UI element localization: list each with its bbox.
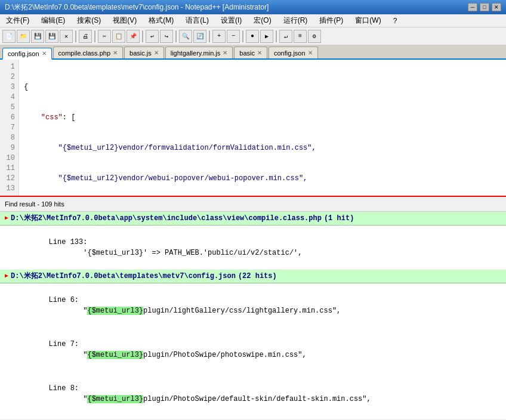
code-line-1: { — [24, 82, 501, 92]
wordwrap-button[interactable]: ↵ — [279, 30, 292, 43]
find-line-7[interactable]: Line 7: "{$metui_url3}plugin/PhotoSwipe/… — [0, 328, 506, 372]
editor-area: 1 2 3 4 5 6 7 8 9 10 11 12 13 { "css": [… — [0, 60, 506, 197]
menu-item-e[interactable]: 编辑(E) — [38, 14, 69, 27]
sep7 — [276, 30, 277, 42]
print-button[interactable]: 🖨 — [79, 30, 92, 43]
tab-config-json2-label: config.json — [274, 50, 306, 57]
tab-basic-js[interactable]: basic.js ✕ — [124, 47, 164, 58]
find-line-9[interactable]: Line 9: "{$metui_url3}fonts/iconfont/ico… — [0, 416, 506, 419]
undo-button[interactable]: ↩ — [146, 30, 159, 43]
code-brace-1: { — [24, 82, 28, 92]
menu-item-s[interactable]: 搜索(S) — [73, 14, 104, 27]
find-results[interactable]: Find result - 109 hits ▶ D:\米拓2\MetInfo7… — [0, 197, 506, 419]
menu-item-v[interactable]: 视图(V) — [109, 14, 140, 27]
tab-compile-class-php-close[interactable]: ✕ — [113, 50, 118, 56]
find-file-path-1: D:\米拓2\MetInfo7.0.0beta\app\system\inclu… — [11, 213, 322, 224]
code-bracket-2: : [ — [63, 113, 76, 123]
find-file-path-2: D:\米拓2\MetInfo7.0.0beta\templates\metv7\… — [11, 271, 236, 282]
tab-lightgallery-min-js-close[interactable]: ✕ — [223, 50, 227, 56]
maximize-button[interactable]: □ — [480, 3, 489, 11]
tab-bar: config.json ✕ compile.class.php ✕ basic.… — [0, 45, 506, 60]
find-line-num-8: Line 8: — [40, 383, 82, 394]
macro-button[interactable]: ● — [246, 30, 259, 43]
find-line-content-133: '{$metui_url3}' => PATH_WEB.'public/ui/v… — [40, 249, 302, 257]
tab-compile-class-php-label: compile.class.php — [58, 50, 110, 57]
tab-compile-class-php[interactable]: compile.class.php ✕ — [53, 47, 123, 58]
sep5 — [209, 30, 210, 42]
find-line-num-133: Line 133: — [40, 237, 87, 248]
close-button2[interactable]: ✕ — [60, 30, 73, 43]
menu-bar: 文件(F)编辑(E)搜索(S)视图(V)格式(M)语言(L)设置(I)宏(O)运… — [0, 14, 506, 27]
indent-button[interactable]: ≡ — [294, 30, 307, 43]
menu-item-r[interactable]: 运行(R) — [280, 14, 311, 27]
bottom-area: Find result - 109 hits ▶ D:\米拓2\MetInfo7… — [0, 197, 506, 419]
find-file-hits-2: (22 hits) — [238, 271, 277, 282]
find-line-content-8: "{$metui_url3}plugin/PhotoSwipe/default-… — [40, 395, 371, 403]
tab-config-json2-close[interactable]: ✕ — [308, 50, 313, 56]
code-string-3: "{$metui_url2}vendor/formvalidation/form… — [24, 143, 316, 153]
redo-button[interactable]: ↪ — [160, 30, 173, 43]
menu-item-m[interactable]: 格式(M) — [145, 14, 177, 27]
sep3 — [142, 30, 143, 42]
find-line-content-6: "{$metui_url3}plugin/lightGallery/css/li… — [40, 307, 341, 315]
menu-item-f[interactable]: 文件(F) — [2, 14, 33, 27]
save-button[interactable]: 💾 — [31, 30, 44, 43]
find-file-hits-1: (1 hit) — [324, 213, 354, 224]
find-button[interactable]: 🔍 — [179, 30, 192, 43]
find-line-num-7: Line 7: — [40, 339, 82, 350]
title-bar: D:\米拓2\MetInfo7.0.0beta\templates\metv7\… — [0, 0, 506, 14]
menu-item-o[interactable]: 宏(O) — [250, 14, 274, 27]
line-numbers: 1 2 3 4 5 6 7 8 9 10 11 12 13 — [0, 60, 19, 196]
new-button[interactable]: 📄 — [2, 30, 16, 43]
find-line-8[interactable]: Line 8: "{$metui_url3}plugin/PhotoSwipe/… — [0, 372, 506, 416]
title-bar-title: D:\米拓2\MetInfo7.0.0beta\templates\metv7\… — [5, 2, 269, 13]
find-line-133[interactable]: Line 133: '{$metui_url3}' => PATH_WEB.'p… — [0, 226, 506, 270]
menu-item-l[interactable]: 语言(L) — [182, 14, 212, 27]
tab-lightgallery-min-js-label: lightgallery.min.js — [171, 50, 221, 57]
code-line-2: "css": [ — [24, 113, 501, 123]
cut-button[interactable]: ✂ — [98, 30, 111, 43]
find-bookmark-2: ▶ — [5, 271, 8, 282]
menu-item-w[interactable]: 窗口(W) — [351, 14, 384, 27]
settings-button[interactable]: ⚙ — [308, 30, 321, 43]
code-indent-2 — [24, 113, 41, 123]
paste-button[interactable]: 📌 — [126, 30, 140, 43]
copy-button[interactable]: 📋 — [112, 30, 125, 43]
menu-item-p[interactable]: 插件(P) — [316, 14, 347, 27]
close-button[interactable]: ✕ — [492, 3, 501, 11]
menu-item-[interactable]: ? — [390, 16, 401, 26]
find-line-content-7: "{$metui_url3}plugin/PhotoSwipe/photoswi… — [40, 351, 307, 359]
tab-config-json-close[interactable]: ✕ — [42, 50, 47, 57]
find-results-header: Find result - 109 hits — [0, 197, 506, 212]
code-line-4: "{$metui_url2}vendor/webui-popover/webui… — [24, 174, 501, 184]
find-line-num-6: Line 6: — [40, 295, 82, 305]
tab-basic-js2-close[interactable]: ✕ — [257, 50, 262, 56]
macro-play-button[interactable]: ▶ — [260, 30, 273, 43]
tab-config-json[interactable]: config.json ✕ — [2, 48, 52, 60]
replace-button[interactable]: 🔄 — [193, 30, 206, 43]
save-all-button[interactable]: 💾 — [45, 30, 58, 43]
open-button[interactable]: 📁 — [17, 30, 30, 43]
tab-config-json2[interactable]: config.json ✕ — [269, 47, 318, 58]
minimize-button[interactable]: ─ — [468, 3, 477, 11]
toolbar: 📄 📁 💾 💾 ✕ 🖨 ✂ 📋 📌 ↩ ↪ 🔍 🔄 + − ● ▶ ↵ ≡ ⚙ — [0, 27, 506, 45]
zoom-in-button[interactable]: + — [212, 30, 226, 43]
tab-basic-js2[interactable]: basic ✕ — [234, 47, 267, 58]
sep4 — [175, 30, 177, 42]
sep1 — [75, 30, 76, 42]
code-content[interactable]: { "css": [ "{$metui_url2}vendor/formvali… — [19, 60, 506, 196]
code-string-4: "{$metui_url2}vendor/webui-popover/webui… — [24, 174, 307, 184]
find-file-header-2: ▶ D:\米拓2\MetInfo7.0.0beta\templates\metv… — [0, 270, 506, 283]
tab-basic-js-close[interactable]: ✕ — [154, 50, 159, 56]
tab-basic-js2-label: basic — [239, 50, 255, 57]
find-file-header-1: ▶ D:\米拓2\MetInfo7.0.0beta\app\system\inc… — [0, 212, 506, 226]
code-key-2: "css" — [41, 113, 63, 123]
find-bookmark-1: ▶ — [5, 213, 8, 224]
find-line-6[interactable]: Line 6: "{$metui_url3}plugin/lightGaller… — [0, 283, 506, 328]
menu-item-i[interactable]: 设置(I) — [217, 14, 245, 27]
zoom-out-button[interactable]: − — [227, 30, 240, 43]
code-line-3: "{$metui_url2}vendor/formvalidation/form… — [24, 143, 501, 153]
sep6 — [242, 30, 243, 42]
tab-lightgallery-min-js[interactable]: lightgallery.min.js ✕ — [165, 47, 233, 58]
title-bar-buttons: ─ □ ✕ — [468, 3, 501, 11]
